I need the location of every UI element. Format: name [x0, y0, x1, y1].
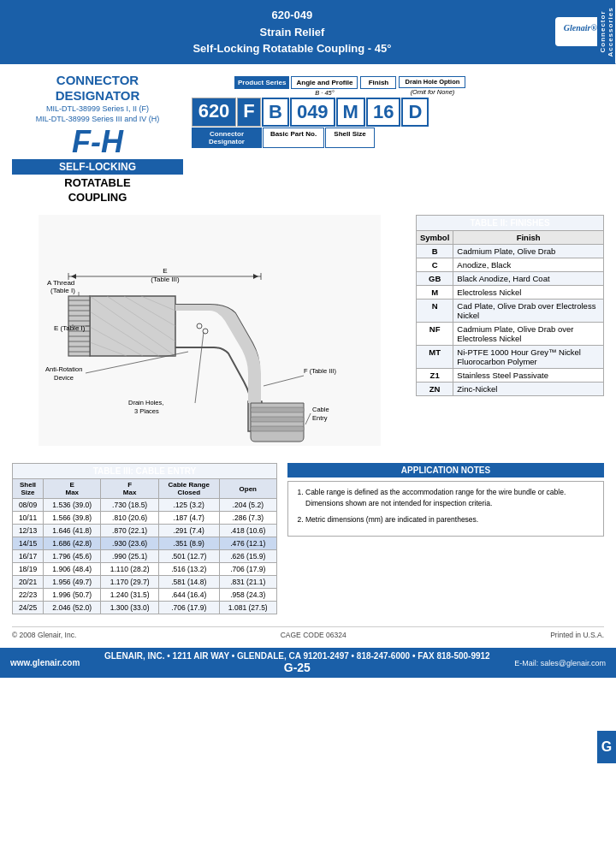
open-cell: 1.081 (27.5) — [219, 602, 276, 614]
app-note-1: Cable range is defined as the accommodat… — [305, 487, 598, 509]
f-cell: .990 (25.1) — [101, 550, 158, 563]
cable-table-title: TABLE III: CABLE ENTRY — [13, 464, 277, 479]
closed-cell: .644 (16.4) — [158, 589, 219, 602]
cable-row: 24/25 2.046 (52.0) 1.300 (33.0) .706 (17… — [13, 602, 277, 614]
pn-049: 049 — [290, 98, 335, 127]
finishes-table-title: TABLE II: FINISHES — [417, 216, 604, 231]
cable-col-e: EMax — [44, 479, 101, 499]
finish-cell: Black Anodize, Hard Coat — [453, 272, 604, 286]
cable-table-element: TABLE III: CABLE ENTRY ShellSize EMax FM… — [12, 463, 277, 614]
svg-text:Device: Device — [54, 374, 74, 382]
app-notes-title: APPLICATION NOTES — [287, 463, 604, 477]
copyright: © 2008 Glenair, Inc. — [12, 631, 76, 639]
sub-line2: COUPLING — [12, 191, 183, 205]
part-number-diagram: Product Series Angle and Profile B · 45°… — [192, 76, 604, 149]
footer-bottom: www.glenair.com GLENAIR, INC. • 1211 AIR… — [0, 648, 616, 678]
footer-top: © 2008 Glenair, Inc. CAGE CODE 06324 Pri… — [12, 626, 604, 639]
mil-text-1: MIL-DTL-38999 Series I, II (F) — [12, 104, 183, 115]
finishes-col-finish: Finish — [453, 231, 604, 245]
footer-page: G-25 — [80, 661, 514, 674]
logo-text: Glenair — [564, 23, 591, 33]
label-finish: Finish — [359, 76, 397, 97]
shell-cell: 22/23 — [13, 589, 44, 602]
shell-cell: 08/09 — [13, 499, 44, 512]
cable-row: 12/13 1.646 (41.8) .870 (22.1) .291 (7.4… — [13, 525, 277, 537]
pn-bottom-labels: ConnectorDesignator Basic Part No. Shell… — [192, 128, 604, 148]
svg-text:F (Table III): F (Table III) — [304, 367, 336, 375]
symbol-cell: M — [417, 286, 453, 300]
svg-text:Drain Holes,: Drain Holes, — [128, 399, 163, 406]
svg-text:Entry: Entry — [312, 414, 328, 422]
closed-cell: .581 (14.8) — [158, 576, 219, 589]
cable-col-f: FMax — [101, 479, 158, 499]
open-cell: .831 (21.1) — [219, 576, 276, 589]
e-cell: 1.646 (41.8) — [44, 525, 101, 537]
finishes-row: GBBlack Anodize, Hard Coat — [417, 272, 604, 286]
fh-label: F-H — [12, 127, 183, 157]
symbol-cell: ZN — [417, 383, 453, 396]
f-cell: .870 (22.1) — [101, 525, 158, 537]
svg-text:Cable: Cable — [312, 406, 329, 413]
open-cell: .958 (24.3) — [219, 589, 276, 602]
sub-line1: ROTATABLE — [12, 176, 183, 191]
closed-cell: .516 (13.2) — [158, 563, 219, 576]
cable-col-closed: Cable RangeClosed — [158, 479, 219, 499]
label-product-series: Product Series — [234, 76, 289, 97]
finishes-row: ZNZinc-Nickel — [417, 383, 604, 396]
closed-cell: .501 (12.7) — [158, 550, 219, 563]
finishes-table: TABLE II: FINISHES Symbol Finish BCadmiu… — [416, 215, 604, 454]
bottom-section: TABLE III: CABLE ENTRY ShellSize EMax FM… — [12, 463, 604, 614]
symbol-cell: C — [417, 258, 453, 272]
svg-text:Anti-Rotation: Anti-Rotation — [45, 365, 82, 373]
shell-cell: 12/13 — [13, 525, 44, 537]
side-tab-label: Connector Accessories — [597, 0, 616, 64]
finishes-table-element: TABLE II: FINISHES Symbol Finish BCadmiu… — [416, 215, 604, 396]
shell-cell: 14/15 — [13, 537, 44, 550]
app-notes-list: Cable range is defined as the accommodat… — [293, 487, 598, 525]
symbol-cell: NF — [417, 323, 453, 346]
e-cell: 1.686 (42.8) — [44, 537, 101, 550]
f-cell: 1.110 (28.2) — [101, 563, 158, 576]
open-cell: .418 (10.6) — [219, 525, 276, 537]
cage-code: CAGE CODE 06324 — [281, 631, 346, 639]
pn-B: B — [262, 98, 289, 127]
e-cell: 2.046 (52.0) — [44, 602, 101, 614]
bot-label-connector: ConnectorDesignator — [192, 128, 262, 148]
logo-reg: ® — [591, 23, 597, 33]
open-cell: .204 (5.2) — [219, 499, 276, 512]
coupling-subtitle: ROTATABLE COUPLING — [12, 176, 183, 205]
f-cell: .810 (20.6) — [101, 512, 158, 525]
pn-16: 16 — [366, 98, 400, 127]
pn-F: F — [237, 98, 261, 127]
footer-website: www.glenair.com — [10, 658, 80, 667]
shell-cell: 18/19 — [13, 563, 44, 576]
cable-row: 18/19 1.906 (48.4) 1.110 (28.2) .516 (13… — [13, 563, 277, 576]
finishes-table-body: BCadmium Plate, Olive DrabCAnodize, Blac… — [417, 245, 604, 396]
finish-cell: Electroless Nickel — [453, 286, 604, 300]
finishes-row: BCadmium Plate, Olive Drab — [417, 245, 604, 258]
designator-title-line1: CONNECTOR — [12, 73, 183, 88]
pn-top-labels: Product Series Angle and Profile B · 45°… — [234, 76, 604, 97]
f-cell: 1.170 (29.7) — [101, 576, 158, 589]
svg-rect-24 — [251, 426, 304, 431]
application-notes: APPLICATION NOTES Cable range is defined… — [287, 463, 604, 614]
label-drain-hole: Drain Hole Option (Omit for None) — [398, 76, 466, 97]
f-cell: 1.240 (31.5) — [101, 589, 158, 602]
angle-profile-label: Angle and Profile — [291, 76, 358, 89]
app-note-2: Metric dimensions (mm) are indicated in … — [305, 514, 598, 525]
cable-table-body: 08/09 1.536 (39.0) .730 (18.5) .125 (3.2… — [13, 499, 277, 614]
connector-designator-panel: CONNECTOR DESIGNATOR MIL-DTL-38999 Serie… — [12, 73, 183, 205]
part-number-title: 620-049 — [29, 7, 555, 24]
header-title: 620-049 Strain Relief Self-Locking Rotat… — [29, 7, 555, 57]
shell-cell: 20/21 — [13, 576, 44, 589]
shell-cell: 10/11 — [13, 512, 44, 525]
e-cell: 1.906 (48.4) — [44, 563, 101, 576]
e-cell: 1.536 (39.0) — [44, 499, 101, 512]
mil-text-2: MIL-DTL-38999 Series III and IV (H) — [12, 114, 183, 125]
pn-M: M — [336, 98, 365, 127]
footer-email: E-Mail: sales@glenair.com — [514, 659, 606, 667]
finish-cell: Cadmium Plate, Olive Drab over Electrole… — [453, 323, 604, 346]
technical-diagram: A Thread (Table I) E (Table III) E (Tabl… — [12, 215, 407, 454]
finish-cell: Cad Plate, Olive Drab over Electroless N… — [453, 300, 604, 323]
header-line2: Strain Relief — [29, 24, 555, 41]
